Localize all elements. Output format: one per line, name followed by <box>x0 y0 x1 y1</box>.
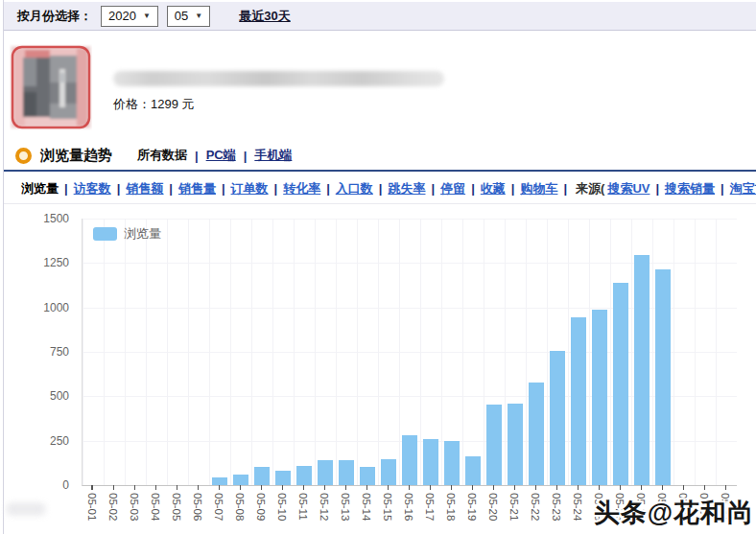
x-label-05-13: 05-13 <box>335 491 356 534</box>
bar-05-12[interactable] <box>315 219 336 485</box>
blur-smudge <box>6 502 46 516</box>
bar-05-10[interactable] <box>272 219 294 485</box>
x-label-05-03: 05-03 <box>124 491 145 534</box>
bar-05-05[interactable] <box>167 219 188 485</box>
bar-05-14[interactable] <box>357 219 378 485</box>
metric-tab-1[interactable]: 访客数 <box>74 180 111 197</box>
bar-fill <box>360 467 375 485</box>
bar-fill <box>465 456 481 485</box>
bar-05-24[interactable] <box>568 219 589 485</box>
chart-legend[interactable]: 浏览量 <box>93 225 161 243</box>
bar-05-17[interactable] <box>420 219 441 485</box>
bar-fill <box>402 435 417 485</box>
metric-tab-4[interactable]: 订单数 <box>231 180 269 197</box>
metric-tab-5[interactable]: 转化率 <box>283 180 320 197</box>
x-label-05-23: 05-23 <box>546 491 567 534</box>
metric-tab-10[interactable]: 购物车 <box>520 180 557 197</box>
metric-tab-6[interactable]: 入口数 <box>336 180 373 197</box>
bar-fill <box>423 439 438 485</box>
bar-05-26[interactable] <box>610 219 631 485</box>
separator: | <box>222 181 225 196</box>
source-link-0[interactable]: 搜索UV <box>607 180 650 197</box>
bar-05-23[interactable] <box>547 219 568 485</box>
metric-tab-8[interactable]: 停留 <box>440 180 465 197</box>
bar-05-07[interactable] <box>209 219 230 485</box>
product-title-blurred[interactable] <box>113 71 444 86</box>
x-axis-ticks <box>82 485 737 490</box>
bar-05-02[interactable] <box>104 219 125 485</box>
year-select-value: 2020 <box>108 9 136 23</box>
bar-05-01[interactable] <box>83 219 104 485</box>
separator: | <box>64 181 68 196</box>
x-label-05-07: 05-07 <box>208 491 229 534</box>
watermark: 头条@花和尚 <box>594 496 754 530</box>
bar-05-04[interactable] <box>146 219 167 485</box>
bar-fill <box>529 383 544 485</box>
view-tab-all-data[interactable]: 所有数据 <box>137 147 187 164</box>
section-title: 浏览量趋势 <box>40 147 112 165</box>
bar-fill <box>318 460 333 485</box>
bar-05-28[interactable] <box>652 219 673 485</box>
chevron-down-icon: ▼ <box>143 12 151 20</box>
source-prefix: 来源( <box>576 180 604 197</box>
bar-05-31[interactable] <box>716 219 737 485</box>
y-label-0: 0 <box>62 478 69 492</box>
bar-fill <box>339 460 354 485</box>
bar-05-25[interactable] <box>589 219 610 485</box>
bar-05-15[interactable] <box>378 219 399 485</box>
legend-label: 浏览量 <box>124 225 161 243</box>
x-label-05-04: 05-04 <box>145 491 166 534</box>
month-select-label: 按月份选择： <box>17 8 92 25</box>
bar-05-16[interactable] <box>399 219 420 485</box>
bar-05-20[interactable] <box>484 219 505 485</box>
y-label-1000: 1000 <box>43 301 69 314</box>
bar-05-19[interactable] <box>462 219 484 485</box>
bar-05-21[interactable] <box>505 219 526 485</box>
data-view-switcher: 所有数据 | PC端 | 手机端 <box>137 147 292 164</box>
y-label-750: 750 <box>50 345 69 359</box>
bar-05-18[interactable] <box>441 219 462 485</box>
metric-tab-7[interactable]: 跳失率 <box>388 180 425 197</box>
metric-tab-2[interactable]: 销售额 <box>126 180 163 197</box>
source-link-1[interactable]: 搜索销量 <box>665 180 715 197</box>
bar-05-13[interactable] <box>336 219 357 485</box>
metric-tab-9[interactable]: 收藏 <box>481 180 506 197</box>
bar-fill <box>381 459 396 485</box>
year-select[interactable]: 2020 ▼ <box>101 6 158 27</box>
recent-30-days-link[interactable]: 最近30天 <box>239 8 290 25</box>
bar-05-08[interactable] <box>230 219 251 485</box>
x-label-05-19: 05-19 <box>461 491 483 534</box>
bar-05-09[interactable] <box>251 219 272 485</box>
separator: | <box>471 181 475 196</box>
bar-fill <box>613 283 628 485</box>
bar-05-11[interactable] <box>294 219 315 485</box>
view-tab-mobile[interactable]: 手机端 <box>254 147 292 164</box>
x-label-05-05: 05-05 <box>166 491 187 534</box>
x-label-05-21: 05-21 <box>504 491 525 534</box>
metric-tab-0[interactable]: 浏览量 <box>21 180 59 197</box>
separator: | <box>431 181 435 196</box>
chevron-down-icon: ▼ <box>195 12 202 20</box>
legend-swatch-icon <box>93 227 117 241</box>
bar-fill <box>212 477 227 485</box>
x-label-05-09: 05-09 <box>250 491 272 534</box>
bar-fill <box>592 310 607 485</box>
bar-fill <box>233 475 248 485</box>
source-link-2[interactable]: 淘宝首页UV <box>730 180 756 197</box>
view-tab-pc[interactable]: PC端 <box>206 147 236 164</box>
month-select-value: 05 <box>175 9 188 23</box>
bar-fill <box>655 269 671 485</box>
metric-tab-3[interactable]: 销售量 <box>178 180 216 197</box>
bar-05-30[interactable] <box>695 219 716 485</box>
month-select[interactable]: 05 ▼ <box>167 6 210 27</box>
bar-05-29[interactable] <box>673 219 695 485</box>
separator: | <box>511 181 515 196</box>
bar-05-03[interactable] <box>125 219 146 485</box>
bar-05-27[interactable] <box>631 219 652 485</box>
bar-fill <box>296 466 312 485</box>
product-image-blurred[interactable] <box>10 44 92 130</box>
separator: | <box>326 181 330 196</box>
bar-05-22[interactable] <box>526 219 547 485</box>
bar-05-06[interactable] <box>188 219 209 485</box>
y-axis-labels: 0250500750100012501500 <box>4 219 73 485</box>
